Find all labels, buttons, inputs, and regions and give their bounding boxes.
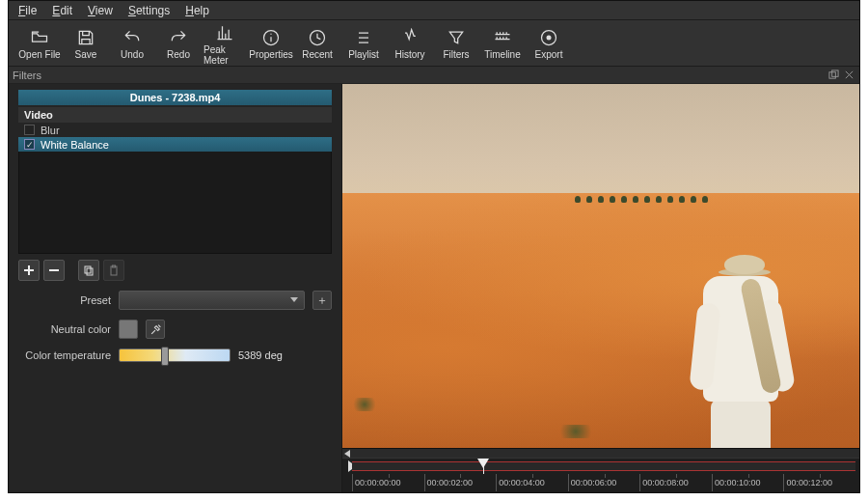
menu-help[interactable]: Help bbox=[177, 2, 217, 19]
toolbar-label: Recent bbox=[302, 49, 333, 60]
playlist-icon bbox=[354, 28, 373, 47]
playhead-line bbox=[483, 466, 484, 474]
save-icon bbox=[76, 28, 95, 47]
open-file-icon bbox=[30, 28, 49, 47]
main-toolbar: Open File Save Undo Redo Peak Meter Prop… bbox=[9, 20, 859, 67]
toolbar-label: Filters bbox=[443, 49, 469, 60]
ruler-tick: 00:00:00:00 bbox=[352, 474, 424, 491]
timeline-icon bbox=[493, 28, 512, 47]
timeline-track[interactable] bbox=[352, 461, 855, 471]
ruler-tick: 00:00:12:00 bbox=[783, 474, 855, 491]
undo-button[interactable]: Undo bbox=[111, 23, 153, 66]
remove-filter-button[interactable] bbox=[43, 260, 65, 281]
history-button[interactable]: History bbox=[389, 23, 431, 66]
toolbar-label: Export bbox=[535, 49, 563, 60]
export-icon bbox=[539, 28, 558, 47]
preset-label: Preset bbox=[18, 294, 111, 306]
timeline[interactable]: 00:00:00:00 00:00:02:00 00:00:04:00 00:0… bbox=[342, 458, 859, 492]
preview-pane: 00:00:00:00 00:00:02:00 00:00:04:00 00:0… bbox=[342, 84, 859, 492]
preview-person bbox=[686, 255, 792, 448]
scroll-left-icon[interactable] bbox=[344, 450, 350, 458]
filter-parameters: Preset ＋ Neutral color Color temperature bbox=[9, 291, 341, 362]
history-icon bbox=[400, 28, 420, 47]
neutral-color-label: Neutral color bbox=[18, 323, 111, 335]
toolbar-label: History bbox=[394, 49, 424, 60]
recent-button[interactable]: Recent bbox=[296, 23, 339, 66]
color-temperature-slider[interactable] bbox=[119, 348, 231, 362]
preview-bush bbox=[350, 398, 379, 411]
ruler-tick: 00:00:04:00 bbox=[496, 474, 568, 491]
svg-point-3 bbox=[547, 36, 552, 41]
menu-file[interactable]: File bbox=[11, 2, 44, 19]
preview-horizon bbox=[575, 193, 849, 203]
eyedropper-icon bbox=[149, 323, 162, 336]
color-temperature-value: 5389 deg bbox=[238, 349, 283, 361]
toolbar-label: Peak Meter bbox=[203, 44, 246, 66]
preview-bush bbox=[555, 425, 597, 438]
export-button[interactable]: Export bbox=[528, 23, 570, 66]
filter-label: White Balance bbox=[41, 139, 109, 151]
filter-category-video: Video bbox=[18, 107, 332, 123]
filter-checkbox[interactable]: ✓ bbox=[24, 139, 35, 150]
video-preview[interactable] bbox=[342, 84, 859, 448]
toolbar-label: Undo bbox=[121, 49, 144, 60]
save-preset-button[interactable]: ＋ bbox=[312, 291, 332, 310]
slider-thumb[interactable] bbox=[161, 347, 169, 366]
undo-icon bbox=[122, 28, 142, 47]
toolbar-label: Save bbox=[75, 49, 97, 60]
ruler-tick: 00:00:08:00 bbox=[639, 474, 712, 491]
peak-meter-button[interactable]: Peak Meter bbox=[203, 23, 246, 66]
svg-rect-7 bbox=[87, 268, 93, 275]
timeline-button[interactable]: Timeline bbox=[481, 23, 524, 66]
add-filter-button[interactable] bbox=[18, 260, 40, 281]
ruler-tick: 00:00:10:00 bbox=[712, 474, 784, 491]
peak-meter-icon bbox=[215, 23, 234, 42]
filter-list-empty-area bbox=[18, 152, 332, 254]
paste-filter-button[interactable] bbox=[103, 260, 124, 281]
filter-list: Blur ✓ White Balance bbox=[18, 123, 332, 152]
neutral-color-swatch[interactable] bbox=[119, 320, 138, 339]
filter-checkbox[interactable] bbox=[24, 125, 35, 135]
filter-item-white-balance[interactable]: ✓ White Balance bbox=[18, 137, 332, 152]
panel-close-icon[interactable] bbox=[843, 69, 855, 81]
filters-icon bbox=[447, 28, 466, 47]
redo-button[interactable]: Redo bbox=[157, 23, 200, 66]
toolbar-label: Properties bbox=[249, 49, 293, 60]
preview-scrollbar[interactable] bbox=[342, 448, 859, 458]
timeline-ruler: 00:00:00:00 00:00:02:00 00:00:04:00 00:0… bbox=[352, 474, 855, 491]
copy-filter-button[interactable] bbox=[78, 260, 99, 281]
video-editor-window: File Edit View Settings Help Open File S… bbox=[8, 0, 860, 493]
playlist-button[interactable]: Playlist bbox=[342, 23, 385, 66]
eyedropper-button[interactable] bbox=[146, 320, 165, 339]
panel-title: Filters bbox=[13, 70, 41, 81]
ruler-tick: 00:00:06:00 bbox=[568, 474, 640, 491]
redo-icon bbox=[169, 28, 188, 47]
save-button[interactable]: Save bbox=[65, 23, 107, 66]
ruler-tick: 00:00:02:00 bbox=[424, 474, 497, 491]
filters-panel: Dunes - 7238.mp4 Video Blur ✓ White Bala… bbox=[9, 84, 342, 492]
recent-icon bbox=[308, 28, 327, 47]
filter-list-controls bbox=[18, 260, 332, 281]
properties-button[interactable]: Properties bbox=[250, 23, 292, 66]
chevron-down-icon bbox=[290, 297, 298, 302]
properties-icon bbox=[261, 28, 281, 47]
open-file-button[interactable]: Open File bbox=[18, 23, 61, 66]
clip-name-bar: Dunes - 7238.mp4 bbox=[18, 90, 332, 105]
preset-combobox[interactable] bbox=[119, 291, 305, 310]
filters-button[interactable]: Filters bbox=[435, 23, 477, 66]
panel-float-icon[interactable] bbox=[827, 69, 840, 81]
toolbar-label: Open File bbox=[18, 49, 60, 60]
toolbar-label: Playlist bbox=[348, 49, 379, 60]
menu-bar: File Edit View Settings Help bbox=[9, 1, 859, 20]
menu-edit[interactable]: Edit bbox=[44, 2, 80, 19]
toolbar-label: Redo bbox=[167, 49, 190, 60]
menu-view[interactable]: View bbox=[80, 2, 121, 19]
menu-settings[interactable]: Settings bbox=[121, 2, 177, 19]
filter-label: Blur bbox=[41, 125, 60, 136]
filters-panel-header: Filters bbox=[9, 67, 859, 84]
filter-item-blur[interactable]: Blur bbox=[18, 123, 332, 137]
svg-rect-6 bbox=[85, 266, 91, 273]
toolbar-label: Timeline bbox=[484, 49, 520, 60]
color-temperature-label: Color temperature bbox=[18, 349, 111, 361]
